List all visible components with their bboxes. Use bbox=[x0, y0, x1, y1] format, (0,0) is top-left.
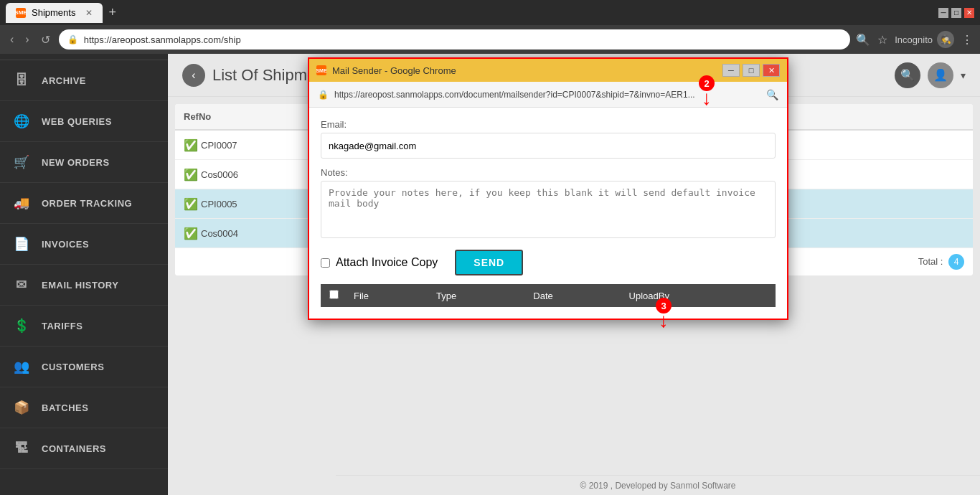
incognito-area: Incognito 🕵 bbox=[895, 31, 954, 48]
app-footer: © 2019 , Developed by Sanmol Software bbox=[336, 475, 980, 495]
web-queries-icon: 🌐 bbox=[11, 111, 32, 131]
browser-actions: 🔍 ☆ Incognito 🕵 ⋮ bbox=[856, 31, 973, 48]
forward-button[interactable]: › bbox=[22, 30, 32, 49]
url-text: https://areopost.sanmolapps.com/ship bbox=[84, 34, 842, 45]
bookmark-icon[interactable]: ☆ bbox=[877, 33, 887, 47]
attach-checkbox-row: Attach Invoice Copy SEND bbox=[321, 250, 776, 275]
popup-lock-icon: 🔒 bbox=[318, 90, 329, 100]
popup-close-button[interactable]: ✕ bbox=[763, 64, 780, 77]
incognito-label: Incognito bbox=[895, 34, 933, 45]
attach-invoice-checkbox[interactable] bbox=[321, 258, 330, 268]
refresh-button[interactable]: ↺ bbox=[38, 30, 53, 50]
total-count: 4 bbox=[948, 254, 964, 270]
sidebar-label-invoices: INVOICES bbox=[42, 239, 89, 250]
browser-chrome: SME Shipments ✕ + ─ □ ✕ ‹ › ↺ 🔒 https://… bbox=[0, 0, 980, 54]
sidebar-label-new-orders: NEW ORDERS bbox=[42, 157, 110, 168]
row2-ref-text: Cos0006 bbox=[201, 169, 238, 180]
sidebar-label-web-queries: WEB QUERIES bbox=[42, 116, 112, 127]
header-user-button[interactable]: 👤 bbox=[928, 62, 953, 88]
notes-textarea[interactable] bbox=[321, 181, 776, 238]
status-icon-row1: ✅ bbox=[184, 138, 198, 152]
sidebar-item-containers[interactable]: 🏗 CONTAINERS bbox=[0, 428, 168, 469]
attach-col-file: File bbox=[347, 284, 429, 307]
attach-col-check bbox=[321, 284, 347, 307]
window-close[interactable]: ✕ bbox=[964, 8, 974, 18]
row1-ref-text: CPI0007 bbox=[201, 140, 237, 151]
attach-col-type: Type bbox=[429, 284, 526, 307]
main-content: ‹ List Of Shipments 🔍 👤 ▾ RefNo Shipment… bbox=[168, 54, 980, 495]
user-dropdown-arrow[interactable]: ▾ bbox=[961, 70, 966, 81]
email-history-icon: ✉ bbox=[11, 275, 32, 295]
total-label: Total : bbox=[918, 256, 943, 267]
sidebar-item-batches[interactable]: 📦 BATCHES bbox=[0, 387, 168, 428]
popup-window-controls: ─ □ ✕ bbox=[722, 64, 780, 77]
sidebar-item-web-queries[interactable]: 🌐 WEB QUERIES bbox=[0, 101, 168, 142]
invoices-icon: 📄 bbox=[11, 234, 32, 254]
sidebar: 🗄 ARCHIVE 🌐 WEB QUERIES 🛒 NEW ORDERS 🚚 O… bbox=[0, 54, 168, 495]
tab-title: Shipments bbox=[32, 7, 75, 18]
new-orders-icon: 🛒 bbox=[11, 152, 32, 172]
sidebar-label-batches: BATCHES bbox=[42, 402, 88, 413]
address-bar[interactable]: 🔒 https://areopost.sanmolapps.com/ship bbox=[59, 29, 851, 50]
status-icon-row2: ✅ bbox=[184, 168, 198, 182]
back-button[interactable]: ‹ bbox=[7, 30, 17, 49]
back-button[interactable]: ‹ bbox=[182, 64, 205, 87]
mail-sender-popup: SME Mail Sender - Google Chrome ─ □ ✕ 🔒 … bbox=[308, 57, 788, 320]
sidebar-item-email-history[interactable]: ✉ EMAIL HISTORY bbox=[0, 265, 168, 306]
attachment-table: File Type Date UploadBy bbox=[321, 284, 776, 307]
menu-icon[interactable]: ⋮ bbox=[961, 33, 973, 47]
email-input[interactable] bbox=[321, 133, 776, 159]
sidebar-label-containers: CONTAINERS bbox=[42, 443, 106, 454]
popup-body: Email: Notes: Attach Invoice Copy SEND bbox=[309, 108, 787, 319]
popup-restore-button[interactable]: □ bbox=[743, 64, 760, 77]
batches-icon: 📦 bbox=[11, 397, 32, 418]
sidebar-label-tariffs: TARIFFS bbox=[42, 321, 83, 331]
tariffs-icon: 💲 bbox=[11, 316, 32, 336]
popup-favicon: SME bbox=[316, 65, 326, 75]
sidebar-item-archive[interactable]: 🗄 ARCHIVE bbox=[0, 60, 168, 101]
sidebar-label-order-tracking: ORDER TRACKING bbox=[42, 198, 132, 209]
lock-icon: 🔒 bbox=[67, 34, 78, 44]
footer-text: © 2019 , Developed by Sanmol Software bbox=[580, 481, 736, 491]
zoom-icon[interactable]: 🔍 bbox=[856, 33, 870, 47]
browser-titlebar: SME Shipments ✕ + ─ □ ✕ bbox=[0, 0, 980, 25]
archive-icon: 🗄 bbox=[11, 70, 32, 90]
sidebar-label-email-history: EMAIL HISTORY bbox=[42, 280, 118, 291]
send-button[interactable]: SEND bbox=[455, 250, 523, 275]
containers-icon: 🏗 bbox=[11, 438, 32, 458]
sidebar-item-customers[interactable]: 👥 CUSTOMERS bbox=[0, 346, 168, 387]
sidebar-item-order-tracking[interactable]: 🚚 ORDER TRACKING bbox=[0, 183, 168, 224]
popup-titlebar: SME Mail Sender - Google Chrome ─ □ ✕ bbox=[309, 59, 787, 82]
header-search-button[interactable]: 🔍 bbox=[895, 62, 920, 88]
notes-label: Notes: bbox=[321, 167, 776, 178]
window-maximize[interactable]: □ bbox=[951, 8, 961, 18]
popup-search-icon[interactable]: 🔍 bbox=[766, 89, 778, 100]
popup-minimize-button[interactable]: ─ bbox=[722, 64, 740, 77]
attach-select-all[interactable] bbox=[329, 290, 339, 299]
new-tab-button[interactable]: + bbox=[108, 5, 116, 20]
order-tracking-icon: 🚚 bbox=[11, 193, 32, 213]
status-icon-row4: ✅ bbox=[184, 227, 198, 240]
row4-ref-text: Cos0004 bbox=[201, 228, 238, 239]
row3-ref-text: CPI0005 bbox=[201, 199, 237, 209]
sidebar-item-invoices[interactable]: 📄 INVOICES bbox=[0, 224, 168, 265]
browser-toolbar: ‹ › ↺ 🔒 https://areopost.sanmolapps.com/… bbox=[0, 25, 980, 54]
sidebar-item-tariffs[interactable]: 💲 TARIFFS bbox=[0, 306, 168, 346]
notes-form-group: Notes: bbox=[321, 167, 776, 241]
attach-invoice-label: Attach Invoice Copy bbox=[336, 256, 438, 269]
email-label: Email: bbox=[321, 119, 776, 130]
window-minimize[interactable]: ─ bbox=[938, 8, 948, 18]
page-header-right: 🔍 👤 ▾ bbox=[895, 62, 966, 88]
sidebar-item-new-orders[interactable]: 🛒 NEW ORDERS bbox=[0, 142, 168, 183]
incognito-icon: 🕵 bbox=[937, 31, 954, 48]
email-form-group: Email: bbox=[321, 119, 776, 159]
browser-tab[interactable]: SME Shipments ✕ bbox=[6, 3, 103, 23]
attach-col-uploadby: UploadBy bbox=[622, 284, 776, 307]
app-layout: 🗄 ARCHIVE 🌐 WEB QUERIES 🛒 NEW ORDERS 🚚 O… bbox=[0, 54, 980, 495]
sidebar-label-archive: ARCHIVE bbox=[42, 75, 86, 86]
popup-title-left: SME Mail Sender - Google Chrome bbox=[316, 65, 456, 76]
popup-addressbar: 🔒 https://areopost.sanmolapps.com/docume… bbox=[309, 82, 787, 108]
popup-title-text: Mail Sender - Google Chrome bbox=[332, 65, 456, 76]
tab-close-button[interactable]: ✕ bbox=[85, 8, 93, 18]
tab-favicon: SME bbox=[16, 8, 26, 18]
